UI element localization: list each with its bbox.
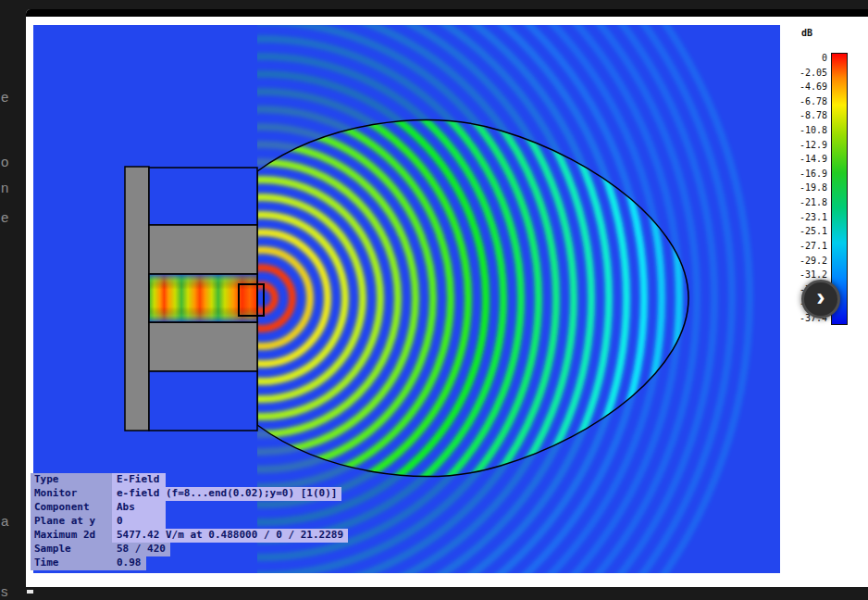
next-button[interactable]: ›: [801, 280, 840, 319]
legend-tick: -14.9: [800, 154, 827, 164]
waveguide-structure: [125, 167, 257, 431]
legend-tick: -29.2: [800, 256, 827, 266]
edge-text-fragment: n: [1, 180, 8, 195]
structure-upper-block: [149, 225, 257, 274]
table-row-label: Component: [31, 501, 112, 515]
edge-text-fragment: s: [1, 583, 8, 599]
table-row: ComponentAbs: [31, 501, 348, 515]
legend-tick: -25.1: [800, 226, 827, 236]
legend-tick: -21.8: [800, 197, 827, 207]
table-row-label: Monitor: [31, 487, 112, 501]
info-table: TypeE-FieldMonitore-field (f=8...end(0.0…: [31, 473, 348, 570]
table-row: Maximum 2d5477.42 V/m at 0.488000 / 0 / …: [31, 529, 348, 543]
table-row-label: Maximum 2d: [31, 529, 112, 543]
legend-tick: -23.1: [800, 212, 827, 222]
viewer-titlebar: [26, 9, 868, 17]
table-row-value: 5477.42 V/m at 0.488000 / 0 / 21.2289: [112, 529, 348, 543]
table-row-label: Sample: [31, 543, 112, 556]
legend-tick: -10.8: [800, 125, 827, 135]
legend-tick: 0: [822, 53, 827, 63]
legend-tick: -16.9: [800, 169, 827, 179]
legend-tick: -12.9: [800, 140, 827, 150]
legend-tick: -31.2: [800, 269, 827, 280]
structure-bottom-cavity: [149, 371, 257, 431]
legend-tick: -8.78: [800, 110, 827, 120]
table-row-value: 0: [112, 515, 166, 529]
table-row-label: Time: [31, 556, 112, 570]
page-dot: [27, 590, 33, 594]
legend-tick: -2.05: [800, 68, 827, 78]
table-row: Time0.98: [31, 556, 348, 570]
edge-text-fragment: e: [1, 209, 8, 225]
table-row-value: 58 / 420: [112, 543, 170, 556]
table-row-value: E-Field: [112, 473, 166, 487]
legend-tick: -19.8: [800, 182, 827, 193]
legend-tick: -4.69: [800, 81, 827, 92]
chevron-right-icon: ›: [816, 284, 825, 310]
table-row: Monitore-field (f=8...end(0.02);y=0) [1(…: [31, 487, 348, 501]
table-row-value: 0.98: [112, 556, 146, 570]
structure-lower-block: [149, 322, 257, 371]
table-row-value: e-field (f=8...end(0.02);y=0) [1(0)]: [112, 487, 341, 501]
edge-text-fragment: a: [1, 513, 8, 529]
table-row: Plane at y0: [31, 515, 348, 529]
table-row-label: Type: [31, 473, 112, 487]
table-row-label: Plane at y: [31, 515, 112, 529]
structure-left-wall: [125, 167, 149, 431]
edge-text-fragment: e: [1, 89, 8, 105]
legend-tick: -6.78: [800, 96, 827, 106]
edge-text-fragment: o: [1, 154, 8, 169]
table-row: TypeE-Field: [31, 473, 348, 487]
table-row-value: Abs: [112, 501, 166, 515]
legend-title: dB: [801, 28, 857, 38]
table-row: Sample58 / 420: [31, 543, 348, 556]
structure-top-cavity: [149, 168, 257, 225]
legend-tick: -27.1: [800, 241, 827, 251]
